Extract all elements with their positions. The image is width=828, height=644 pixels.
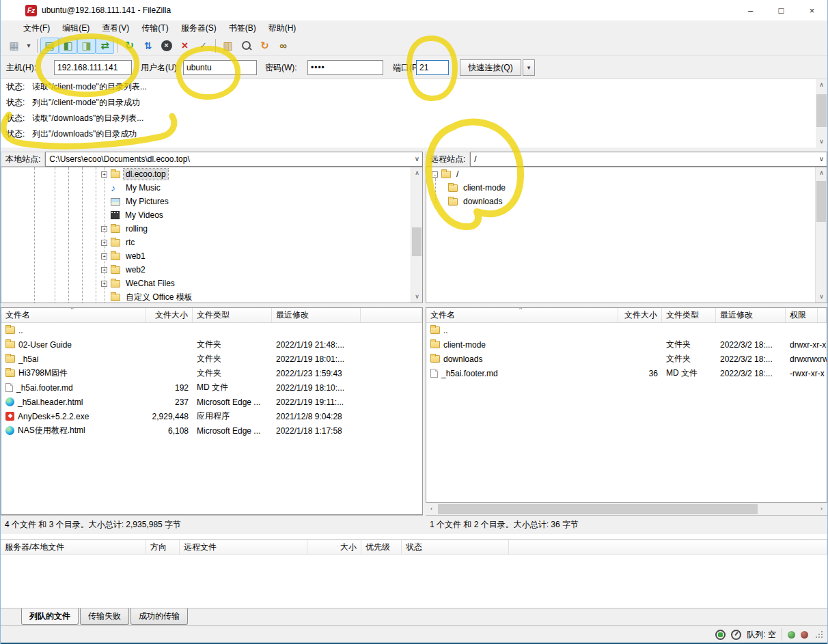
- filter-icon[interactable]: [237, 38, 256, 54]
- password-input[interactable]: [307, 60, 383, 75]
- scroll-right-icon[interactable]: ›: [816, 503, 827, 515]
- synchronized-browsing-icon[interactable]: ↻: [256, 38, 274, 54]
- scroll-up-icon[interactable]: ∧: [411, 167, 423, 179]
- minimize-button[interactable]: –: [735, 0, 766, 20]
- scroll-down-icon[interactable]: ∨: [816, 136, 827, 148]
- tree-expand-icon[interactable]: +: [101, 253, 107, 260]
- maximize-button[interactable]: □: [766, 0, 797, 20]
- toggle-local-tree-icon[interactable]: ◧: [59, 38, 77, 54]
- file-row[interactable]: ..: [1, 323, 422, 337]
- queue-column-header[interactable]: 大小: [307, 540, 361, 554]
- toggle-transfer-queue-icon[interactable]: ⇄: [96, 38, 114, 54]
- menu-item[interactable]: 文件(F): [17, 21, 56, 36]
- scroll-up-icon[interactable]: ∧: [816, 79, 827, 91]
- tree-item[interactable]: +web2: [1, 263, 422, 277]
- file-row[interactable]: AnyDesk+5.2.2.exe2,929,448应用程序2021/12/8 …: [1, 409, 422, 423]
- scrollbar-thumb[interactable]: [412, 227, 422, 256]
- queue-tab[interactable]: 成功的传输: [130, 608, 188, 625]
- tree-item-label[interactable]: WeChat Files: [124, 278, 177, 289]
- quickconnect-dropdown-icon[interactable]: ▾: [523, 59, 535, 76]
- remote-horizontal-scrollbar[interactable]: ‹ ›: [426, 503, 827, 515]
- file-row[interactable]: _h5ai.footer.md36MD 文件2022/3/2 18:...-rw…: [426, 366, 827, 380]
- queue-column-header[interactable]: 远程文件: [180, 540, 307, 554]
- column-header[interactable]: 文件大小: [618, 308, 662, 322]
- tree-item[interactable]: +dl.ecoo.top: [1, 167, 422, 181]
- process-queue-icon[interactable]: ⇅: [139, 38, 157, 54]
- column-header[interactable]: 文件类型: [193, 308, 272, 322]
- quickconnect-button[interactable]: 快速连接(Q): [460, 59, 521, 76]
- toggle-message-log-icon[interactable]: ▤: [40, 38, 59, 54]
- tree-expand-icon[interactable]: +: [101, 281, 107, 287]
- queue-tab[interactable]: 传输失败: [80, 608, 129, 625]
- tree-item[interactable]: My Pictures: [1, 195, 422, 208]
- log-scrollbar[interactable]: ∧ ∨: [816, 79, 827, 148]
- speed-limit-icon[interactable]: [731, 630, 741, 640]
- tree-item-label[interactable]: My Pictures: [124, 196, 171, 207]
- file-row[interactable]: client-mode文件夹2022/3/2 18:...drwxr-xr-x: [426, 337, 827, 352]
- toggle-remote-tree-icon[interactable]: ◨: [77, 38, 96, 54]
- file-row[interactable]: NAS使用教程.html6,108Microsoft Edge ...2022/…: [1, 423, 422, 438]
- close-button[interactable]: ×: [797, 0, 827, 20]
- file-row[interactable]: _h5ai.footer.md192MD 文件2022/1/19 18:10:.…: [1, 380, 422, 395]
- local-path-combo[interactable]: C:\Users\ecoo\Documents\dl.ecoo.top\ ∨: [45, 152, 423, 167]
- file-row[interactable]: _h5ai文件夹2022/1/19 18:01:...: [1, 352, 422, 366]
- scrollbar-thumb[interactable]: [438, 504, 758, 514]
- username-input[interactable]: [183, 60, 257, 75]
- tree-item-label[interactable]: downloads: [461, 196, 504, 207]
- column-header[interactable]: 文件类型: [662, 308, 716, 322]
- scroll-left-icon[interactable]: ‹: [426, 503, 437, 515]
- local-tree-scrollbar[interactable]: ∧ ∨: [411, 167, 422, 303]
- column-header[interactable]: 文件名^: [426, 308, 618, 322]
- scroll-up-icon[interactable]: ∧: [816, 167, 827, 179]
- tree-item-label[interactable]: 自定义 Office 模板: [124, 291, 195, 304]
- tree-expand-icon[interactable]: +: [101, 226, 107, 232]
- port-input[interactable]: [416, 60, 449, 75]
- file-row[interactable]: ..: [426, 323, 827, 337]
- host-input[interactable]: [54, 60, 132, 75]
- tree-item-label[interactable]: client-mode: [461, 182, 508, 193]
- tree-item-label[interactable]: web1: [124, 251, 148, 262]
- queue-column-header[interactable]: 优先级: [361, 540, 402, 554]
- file-row[interactable]: downloads文件夹2022/3/2 18:...drwxrwxrwx: [426, 352, 827, 366]
- menu-item[interactable]: 服务器(S): [175, 21, 223, 36]
- tree-item[interactable]: ♪My Music: [1, 181, 422, 195]
- tree-expand-icon[interactable]: +: [101, 171, 107, 178]
- queue-column-header[interactable]: 状态: [402, 540, 509, 554]
- find-files-icon[interactable]: ∞: [274, 38, 292, 54]
- chevron-down-icon[interactable]: ∨: [819, 152, 824, 166]
- tree-item-label[interactable]: dl.ecoo.top: [124, 169, 168, 180]
- tree-item-label[interactable]: /: [454, 169, 460, 180]
- tree-item[interactable]: 自定义 Office 模板: [1, 290, 422, 303]
- menu-item[interactable]: 查看(V): [96, 21, 135, 36]
- queue-column-header[interactable]: 方向: [146, 540, 180, 554]
- tree-item-label[interactable]: web2: [124, 264, 148, 275]
- queue-column-header[interactable]: 服务器/本地文件: [1, 540, 146, 554]
- menu-item[interactable]: 帮助(H): [262, 21, 303, 36]
- file-row[interactable]: 02-User Guide文件夹2022/1/19 21:48:...: [1, 337, 422, 352]
- file-row[interactable]: Hi3798M固件文件夹2022/1/23 1:59:43: [1, 366, 422, 380]
- tree-item[interactable]: +rolling: [1, 222, 422, 236]
- column-header[interactable]: 最近修改: [272, 308, 361, 322]
- queue-tab[interactable]: 列队的文件: [21, 608, 79, 625]
- reconnect-icon[interactable]: ✓: [194, 38, 212, 54]
- column-header[interactable]: 文件大小: [146, 308, 193, 322]
- queue-settings-gear-icon[interactable]: [715, 630, 726, 640]
- refresh-icon[interactable]: ↻: [120, 38, 139, 54]
- tree-item-label[interactable]: rtc: [124, 237, 137, 248]
- column-header[interactable]: 文件名^: [1, 308, 146, 322]
- resize-grip[interactable]: [815, 630, 823, 639]
- tree-item[interactable]: client-mode: [426, 181, 827, 195]
- disconnect-icon[interactable]: ×: [176, 38, 194, 54]
- tree-item[interactable]: -/: [426, 167, 827, 181]
- tree-item[interactable]: My Videos: [1, 208, 422, 222]
- scroll-down-icon[interactable]: ∨: [411, 291, 423, 303]
- scroll-down-icon[interactable]: ∨: [816, 291, 827, 303]
- menu-item[interactable]: 书签(B): [223, 21, 262, 36]
- site-manager-dropdown-icon[interactable]: ▾: [23, 38, 34, 54]
- tree-item[interactable]: downloads: [426, 195, 827, 208]
- column-header[interactable]: 最近修改: [716, 308, 786, 322]
- site-manager-icon[interactable]: ▦: [5, 38, 23, 54]
- chevron-down-icon[interactable]: ∨: [415, 152, 419, 166]
- tree-item[interactable]: +web1: [1, 249, 422, 263]
- column-header[interactable]: 权限: [786, 308, 818, 322]
